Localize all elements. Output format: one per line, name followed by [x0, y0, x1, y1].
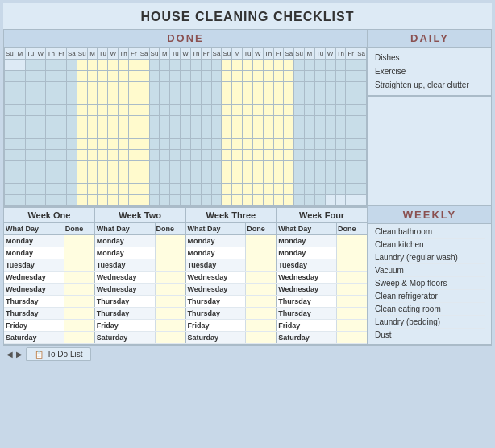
- cal-cell: [160, 93, 170, 105]
- cal-cell: [119, 172, 129, 184]
- cal-cell: [15, 184, 25, 195]
- cal-cell: [87, 93, 98, 105]
- data-done-cell[interactable]: [246, 235, 276, 247]
- data-done-cell[interactable]: [64, 284, 94, 295]
- cal-cell: [314, 184, 325, 195]
- tab-next-arrow[interactable]: ▶: [16, 350, 23, 359]
- data-done-cell[interactable]: [246, 320, 276, 331]
- data-done-cell[interactable]: [337, 296, 367, 307]
- cal-cell: [119, 139, 129, 150]
- cal-cell: [139, 71, 149, 82]
- data-done-cell[interactable]: [156, 235, 185, 247]
- cal-cell: [346, 60, 356, 71]
- cal-cell: [66, 150, 77, 161]
- data-done-cell[interactable]: [156, 332, 185, 343]
- cal-cell: [222, 161, 232, 172]
- cal-row: [5, 127, 367, 139]
- data-done-cell[interactable]: [246, 332, 276, 343]
- data-done-cell[interactable]: [64, 296, 94, 307]
- cal-cell: [294, 195, 305, 206]
- data-done-cell[interactable]: [156, 272, 185, 283]
- data-done-cell[interactable]: [156, 259, 185, 271]
- cal-cell: [77, 139, 87, 150]
- week-data-col: Tuesday: [186, 259, 277, 271]
- data-done-cell[interactable]: [337, 235, 367, 247]
- data-done-cell[interactable]: [337, 332, 367, 343]
- cal-cell: [108, 195, 119, 206]
- cal-cell: [25, 71, 35, 82]
- data-done-cell[interactable]: [64, 247, 94, 259]
- data-done-cell[interactable]: [64, 308, 94, 319]
- cal-cell: [346, 150, 356, 161]
- week-data-col: Friday: [186, 320, 277, 331]
- cal-cell: [211, 195, 222, 206]
- cal-cell: [87, 195, 98, 206]
- cal-cell: [356, 82, 367, 93]
- cal-cell: [273, 127, 284, 139]
- cal-cell: [305, 116, 315, 127]
- cal-cell: [25, 184, 35, 195]
- week-data-col: Saturday: [95, 332, 186, 343]
- data-done-cell[interactable]: [337, 272, 367, 283]
- cal-cell: [139, 116, 149, 127]
- cal-cell: [325, 184, 335, 195]
- data-done-cell[interactable]: [246, 296, 276, 307]
- todo-tab[interactable]: 📋 To Do List: [26, 347, 91, 361]
- cal-cell: [190, 150, 201, 161]
- cal-cell: [284, 184, 294, 195]
- cal-cell: [15, 93, 25, 105]
- data-done-cell[interactable]: [246, 247, 276, 259]
- data-done-cell[interactable]: [156, 296, 185, 307]
- cal-cell: [35, 60, 46, 71]
- cal-cell: [128, 161, 139, 172]
- cal-row: [5, 139, 367, 150]
- data-done-cell[interactable]: [337, 320, 367, 331]
- data-done-cell[interactable]: [337, 284, 367, 295]
- cal-cell: [325, 150, 335, 161]
- data-done-cell[interactable]: [337, 308, 367, 319]
- data-done-cell[interactable]: [337, 247, 367, 259]
- data-done-cell[interactable]: [156, 247, 185, 259]
- data-done-cell[interactable]: [246, 259, 276, 271]
- cal-cell: [170, 127, 181, 139]
- data-done-cell[interactable]: [64, 332, 94, 343]
- data-done-cell[interactable]: [64, 235, 94, 247]
- cal-cell: [356, 60, 367, 71]
- cal-cell: [66, 184, 77, 195]
- cal-cell: [35, 82, 46, 93]
- cal-cell: [294, 116, 305, 127]
- tab-prev-arrow[interactable]: ◀: [6, 350, 13, 359]
- data-done-cell[interactable]: [246, 284, 276, 295]
- cal-cell: [66, 116, 77, 127]
- data-done-cell[interactable]: [64, 320, 94, 331]
- cal-cell: [232, 60, 243, 71]
- weekly-item: Clean bathroom: [375, 226, 485, 239]
- week-data-col: Wednesday: [277, 284, 367, 295]
- data-done-cell[interactable]: [64, 272, 94, 283]
- cal-cell: [273, 93, 284, 105]
- cal-cell: [232, 184, 243, 195]
- cal-cell: [98, 172, 108, 184]
- cal-cell: [222, 93, 232, 105]
- cal-cell: [25, 127, 35, 139]
- data-done-cell[interactable]: [156, 320, 185, 331]
- cal-cell: [284, 105, 294, 116]
- data-done-cell[interactable]: [337, 259, 367, 271]
- cal-cell: [77, 172, 87, 184]
- data-day-cell: Friday: [95, 320, 156, 331]
- daily-item: Straighten up, clear clutter: [375, 78, 485, 92]
- cal-header-cell: M: [15, 48, 25, 60]
- data-done-cell[interactable]: [64, 259, 94, 271]
- cal-cell: [160, 184, 170, 195]
- data-done-cell[interactable]: [246, 272, 276, 283]
- data-done-cell[interactable]: [246, 308, 276, 319]
- cal-cell: [46, 60, 56, 71]
- cal-cell: [190, 184, 201, 195]
- cal-cell: [252, 150, 263, 161]
- cal-cell: [232, 161, 243, 172]
- cal-cell: [149, 127, 160, 139]
- data-done-cell[interactable]: [156, 308, 185, 319]
- cal-cell: [232, 150, 243, 161]
- data-done-cell[interactable]: [156, 284, 185, 295]
- cal-cell: [87, 116, 98, 127]
